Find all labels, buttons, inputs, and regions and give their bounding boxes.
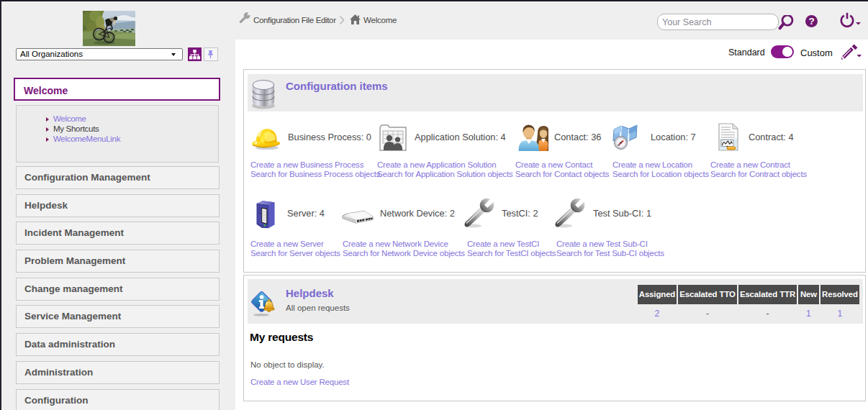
svg-text:?: ?	[808, 16, 814, 27]
